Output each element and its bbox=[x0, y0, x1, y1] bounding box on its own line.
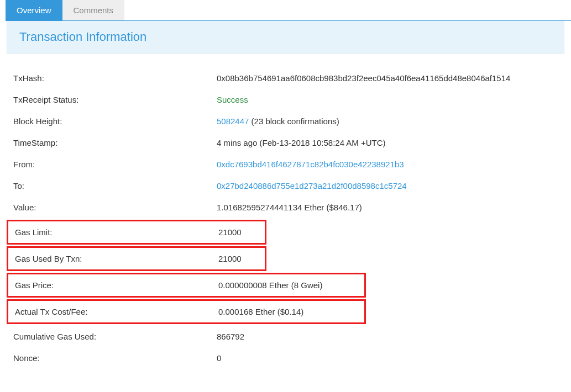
row-gas-price: Gas Price: 0.000000008 Ether (8 Gwei) bbox=[8, 274, 364, 296]
row-from: From: 0xdc7693bd416f4627871c82b4fc030e42… bbox=[7, 153, 564, 175]
to-value[interactable]: 0x27bd240886d755e1d273a21d2f00d8598c1c57… bbox=[217, 181, 564, 190]
row-value: Value: 1.01682595274441134 Ether ($846.1… bbox=[7, 197, 564, 218]
nonce-label: Nonce: bbox=[7, 353, 217, 363]
gas-limit-value: 21000 bbox=[218, 227, 265, 237]
receipt-status-label: TxReceipt Status: bbox=[7, 95, 217, 104]
row-gas-limit: Gas Limit: 21000 bbox=[8, 221, 265, 243]
row-to: To: 0x27bd240886d755e1d273a21d2f00d8598c… bbox=[7, 175, 564, 197]
block-height-link[interactable]: 5082447 bbox=[217, 116, 249, 126]
timestamp-value: 4 mins ago (Feb-13-2018 10:58:24 AM +UTC… bbox=[217, 138, 564, 147]
row-txhash: TxHash: 0x08b36b754691aa6f0608cb983bd23f… bbox=[7, 67, 564, 89]
highlight-actual-cost: Actual Tx Cost/Fee: 0.000168 Ether ($0.1… bbox=[7, 299, 366, 324]
row-block-height: Block Height: 5082447 (23 block confirma… bbox=[7, 110, 564, 132]
tab-overview[interactable]: Overview bbox=[6, 0, 62, 20]
from-value[interactable]: 0xdc7693bd416f4627871c82b4fc030e42238921… bbox=[217, 160, 564, 169]
row-cumulative-gas: Cumulative Gas Used: 866792 bbox=[7, 326, 564, 347]
cumulative-gas-label: Cumulative Gas Used: bbox=[7, 332, 217, 341]
block-confirmations: (23 block confirmations) bbox=[249, 116, 339, 126]
actual-cost-label: Actual Tx Cost/Fee: bbox=[8, 307, 218, 316]
row-receipt-status: TxReceipt Status: Success bbox=[7, 89, 564, 110]
row-actual-cost: Actual Tx Cost/Fee: 0.000168 Ether ($0.1… bbox=[8, 301, 364, 322]
block-height-value: 5082447 (23 block confirmations) bbox=[217, 116, 564, 126]
highlight-gas-used: Gas Used By Txn: 21000 bbox=[7, 246, 266, 271]
gas-limit-label: Gas Limit: bbox=[8, 227, 218, 237]
cumulative-gas-value: 866792 bbox=[217, 332, 564, 341]
actual-cost-value: 0.000168 Ether ($0.14) bbox=[218, 307, 364, 316]
receipt-status-value: Success bbox=[217, 95, 564, 104]
gas-price-value: 0.000000008 Ether (8 Gwei) bbox=[218, 280, 364, 290]
row-gas-used: Gas Used By Txn: 21000 bbox=[8, 248, 265, 269]
txhash-value: 0x08b36b754691aa6f0608cb983bd23f2eec045a… bbox=[217, 73, 564, 83]
section-header: Transaction Information bbox=[7, 21, 564, 54]
row-nonce: Nonce: 0 bbox=[7, 347, 564, 369]
nonce-value: 0 bbox=[217, 353, 564, 363]
gas-used-value: 21000 bbox=[218, 254, 265, 263]
txhash-label: TxHash: bbox=[7, 73, 217, 83]
timestamp-label: TimeStamp: bbox=[7, 138, 217, 147]
row-timestamp: TimeStamp: 4 mins ago (Feb-13-2018 10:58… bbox=[7, 132, 564, 153]
value-label: Value: bbox=[7, 203, 217, 212]
from-label: From: bbox=[7, 160, 217, 169]
block-height-label: Block Height: bbox=[7, 116, 217, 126]
tabs-bar: Overview Comments bbox=[6, 0, 571, 21]
tab-comments[interactable]: Comments bbox=[62, 0, 125, 20]
gas-used-label: Gas Used By Txn: bbox=[8, 254, 218, 263]
gas-price-label: Gas Price: bbox=[8, 280, 218, 290]
highlight-gas-price: Gas Price: 0.000000008 Ether (8 Gwei) bbox=[7, 273, 366, 298]
highlight-gas-limit: Gas Limit: 21000 bbox=[7, 220, 266, 245]
value-value: 1.01682595274441134 Ether ($846.17) bbox=[217, 203, 564, 212]
to-label: To: bbox=[7, 181, 217, 190]
